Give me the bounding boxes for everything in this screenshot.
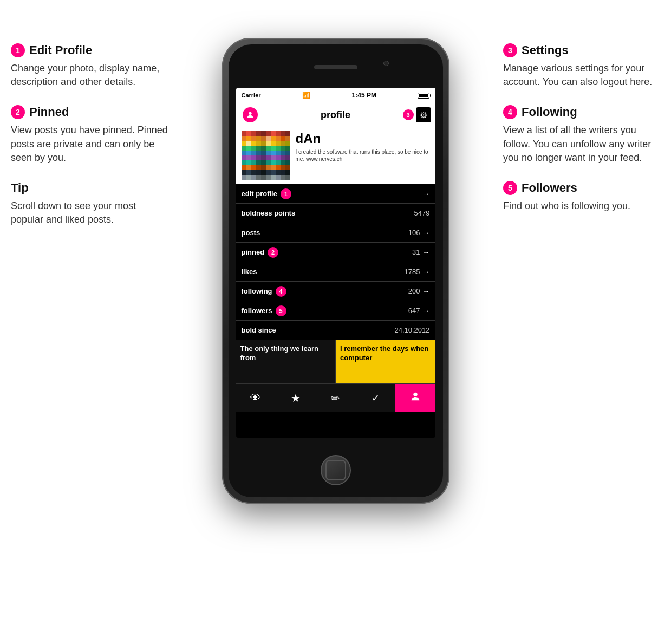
battery-icon: [418, 93, 429, 99]
carrier-text: Carrier: [242, 92, 261, 99]
user-bio: I created the software that runs this pl…: [296, 148, 430, 162]
row-badge-2: 2: [268, 247, 278, 258]
settings-button-area[interactable]: 3 ⚙: [403, 107, 431, 122]
badge-3: 3: [503, 43, 517, 57]
body-following: View a list of all the writers you follo…: [503, 123, 660, 165]
user-name: dAn: [296, 131, 430, 146]
body-edit-profile: Change your photo, display name, descrip…: [11, 62, 168, 89]
phone-speaker: [314, 65, 357, 69]
left-annotations: 1 Edit Profile Change your photo, displa…: [11, 43, 168, 243]
tab-profile[interactable]: [395, 384, 435, 412]
user-info: dAn I created the software that runs thi…: [236, 127, 435, 184]
badge-1: 1: [11, 43, 25, 57]
post-right[interactable]: I remember the days when computer: [336, 340, 435, 383]
settings-badge: 3: [403, 109, 414, 120]
profile-row-edit-profile[interactable]: edit profile1→: [236, 184, 435, 204]
profile-rows: edit profile1→boldness points5479posts10…: [236, 184, 435, 340]
status-icons: [418, 93, 429, 99]
check-icon: ✓: [372, 392, 380, 404]
svg-point-1: [413, 393, 417, 396]
body-settings: Manage various settings for your account…: [503, 62, 660, 89]
phone-body: Carrier 📶 1:45 PM profile: [222, 38, 449, 504]
badge-4: 4: [503, 105, 517, 119]
annotation-tip: Tip Scroll down to see your most popular…: [11, 181, 168, 226]
profile-row-bold-since: bold since24.10.2012: [236, 321, 435, 340]
phone-camera: [383, 61, 389, 66]
tab-feed[interactable]: 👁: [236, 384, 276, 412]
star-icon: ★: [291, 392, 301, 405]
status-bar: Carrier 📶 1:45 PM: [236, 88, 435, 103]
row-badge-1: 1: [281, 188, 291, 199]
phone-screen: Carrier 📶 1:45 PM profile: [236, 88, 435, 438]
badge-2: 2: [11, 105, 25, 119]
heading-edit-profile: Edit Profile: [29, 43, 92, 57]
body-followers: Find out who is following you.: [503, 199, 660, 213]
heading-following: Following: [522, 105, 577, 119]
row-badge-4: 4: [276, 286, 286, 297]
posts-preview[interactable]: The only thing we learn from I remember …: [236, 340, 435, 383]
profile-title: profile: [321, 109, 350, 121]
annotation-edit-profile: 1 Edit Profile Change your photo, displa…: [11, 43, 168, 89]
annotation-followers: 5 Followers Find out who is following yo…: [503, 181, 660, 213]
tab-check[interactable]: ✓: [355, 384, 395, 412]
svg-point-0: [249, 112, 251, 115]
badge-5: 5: [503, 181, 517, 195]
profile-row-boldness-points: boldness points5479: [236, 204, 435, 223]
heading-pinned: Pinned: [29, 105, 69, 119]
profile-row-likes[interactable]: likes1785→: [236, 262, 435, 282]
tab-write[interactable]: ✏: [316, 384, 356, 412]
right-annotations: 3 Settings Manage various settings for y…: [503, 43, 660, 229]
person-icon: [409, 391, 421, 405]
annotation-pinned: 2 Pinned View posts you have pinned. Pin…: [11, 105, 168, 165]
status-time: 1:45 PM: [352, 92, 376, 99]
gear-icon[interactable]: ⚙: [416, 107, 431, 122]
heading-settings: Settings: [522, 43, 569, 57]
annotation-settings: 3 Settings Manage various settings for y…: [503, 43, 660, 89]
profile-row-followers[interactable]: followers5647→: [236, 301, 435, 321]
profile-row-pinned[interactable]: pinned231→: [236, 243, 435, 262]
tab-starred[interactable]: ★: [276, 384, 316, 412]
tip-heading: Tip: [11, 181, 168, 195]
user-avatar: [242, 131, 290, 180]
body-pinned: View posts you have pinned. Pinned posts…: [11, 123, 168, 165]
profile-row-posts[interactable]: posts106→: [236, 223, 435, 243]
tab-bar: 👁 ★ ✏ ✓: [236, 383, 435, 412]
home-button-inner: [325, 460, 346, 480]
profile-icon: [243, 107, 258, 122]
phone: Carrier 📶 1:45 PM profile: [222, 11, 449, 552]
tip-body: Scroll down to see your most popular and…: [11, 199, 168, 226]
profile-row-following[interactable]: following4200→: [236, 282, 435, 301]
profile-header: profile 3 ⚙: [236, 103, 435, 127]
home-button[interactable]: [321, 455, 351, 485]
post-left[interactable]: The only thing we learn from: [236, 340, 336, 383]
phone-screen-area: Carrier 📶 1:45 PM profile: [229, 44, 443, 497]
eye-icon: 👁: [250, 392, 261, 404]
post-left-text: The only thing we learn from: [240, 344, 331, 363]
annotation-following: 4 Following View a list of all the write…: [503, 105, 660, 165]
post-right-text: I remember the days when computer: [340, 344, 431, 363]
user-details: dAn I created the software that runs thi…: [296, 131, 430, 180]
row-badge-5: 5: [276, 305, 286, 316]
pencil-icon: ✏: [331, 392, 340, 405]
heading-followers: Followers: [522, 181, 577, 195]
